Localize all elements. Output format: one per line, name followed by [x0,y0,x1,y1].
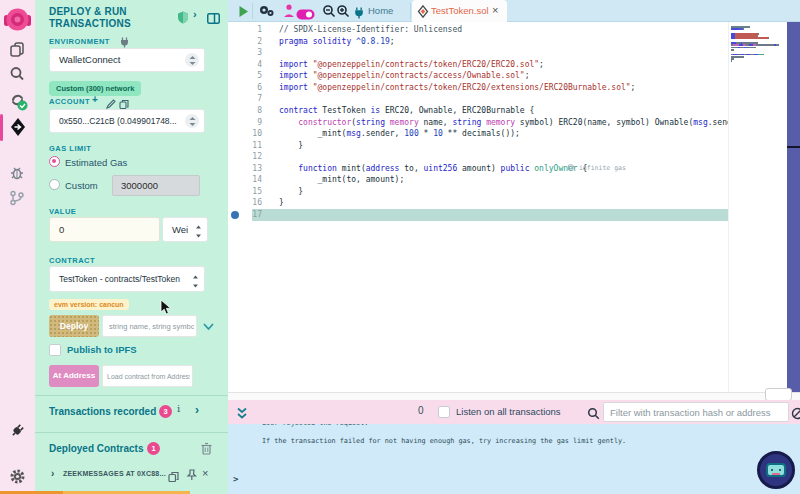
collapse-terminal-icon[interactable] [236,406,248,424]
publish-ipfs-label[interactable]: Publish to IPFS [67,344,137,355]
debugger-icon[interactable] [9,165,26,182]
shield-icon[interactable] [177,10,189,28]
custom-gas-input[interactable] [112,175,200,196]
code-line[interactable] [279,47,728,59]
deploy-args-input[interactable] [102,315,197,337]
code-line[interactable]: contract TestToken is ERC20, Ownable, ER… [279,105,728,117]
divider [35,432,228,433]
code-line[interactable]: import "@openzeppelin/contracts/access/O… [279,70,728,82]
code-line[interactable]: } [279,186,728,198]
layout-columns-icon[interactable] [207,10,220,28]
code-line[interactable]: constructor(string memory name, string m… [279,117,728,129]
deploy-run-icon[interactable] [9,118,26,135]
expand-deploy-chevron-icon[interactable] [202,319,215,337]
code-line[interactable]: } [279,140,728,152]
contract-label: CONTRACT [49,256,95,265]
editor-scrollbar[interactable] [787,22,800,392]
custom-gas-radio[interactable] [49,179,60,190]
listen-all-tx-checkbox[interactable] [438,406,450,418]
code-line[interactable] [279,151,728,163]
tx-filter-input[interactable] [603,402,789,422]
at-address-button[interactable]: At Address [49,365,99,387]
line-number[interactable]: 7 [238,93,262,105]
code-line[interactable]: } [279,197,728,209]
git-icon[interactable] [9,190,26,207]
file-explorer-icon[interactable] [9,42,26,59]
line-number[interactable]: 8 [238,105,262,117]
run-script-play-icon[interactable] [237,4,251,18]
value-unit-select[interactable]: Wei [162,217,208,242]
line-number[interactable]: 13 [238,163,262,175]
pin-icon[interactable] [186,467,197,485]
settings-gear-icon[interactable] [9,468,26,485]
expand-transactions-chevron-icon[interactable]: › [195,403,199,417]
account-select[interactable]: 0x550...C21cB (0.049901748... [49,109,205,133]
code-line[interactable]: pragma solidity ^0.8.19; [279,36,728,48]
contract-select[interactable]: TestToken - contracts/TestToken [49,266,205,292]
terminal-output[interactable]: user rejected the request. If the transa… [228,424,800,494]
add-account-icon[interactable]: + [92,94,98,105]
close-contract-icon[interactable]: × [202,467,208,479]
script-config-gears-icon[interactable] [258,4,272,18]
expand-contract-chevron-icon[interactable]: › [51,468,54,479]
copy-contract-icon[interactable] [168,468,179,486]
clear-console-ban-icon[interactable] [791,406,800,424]
remix-logo-icon[interactable] [4,6,31,33]
accessibility-person-icon[interactable] [283,4,297,18]
code-lines[interactable]: // SPDX-License-Identifier: Unlicensedpr… [279,24,728,221]
line-number[interactable]: 15 [238,186,262,198]
value-input[interactable] [49,217,160,242]
plugin-manager-icon[interactable] [9,422,26,439]
gutter[interactable]: 1234567891011121314151617 [238,24,262,221]
at-address-input[interactable] [102,365,193,387]
code-editor[interactable]: 1234567891011121314151617 // SPDX-Licens… [228,22,800,392]
trash-icon[interactable] [201,441,212,459]
solidity-icon [417,4,429,22]
terminal-resize-handle[interactable] [228,392,800,400]
pin-panel-chevron-icon[interactable]: › [193,8,197,20]
code-line[interactable] [279,93,728,105]
remix-ai-assistant-icon[interactable] [757,451,795,489]
listen-all-tx-label[interactable]: Listen on all transactions [456,406,561,417]
active-plugin-indicator [0,114,3,141]
close-tab-icon[interactable]: × [492,3,498,17]
line-number[interactable]: 5 [238,70,262,82]
code-line[interactable]: import "@openzeppelin/contracts/token/ER… [279,82,728,94]
terminal-search-icon[interactable] [587,406,600,424]
code-line[interactable]: // SPDX-License-Identifier: Unlicensed [279,24,728,36]
line-number[interactable]: 12 [238,151,262,163]
line-number[interactable]: 3 [238,47,262,59]
line-number[interactable]: 9 [238,117,262,129]
deploy-button[interactable]: Deploy [49,315,99,337]
minimap[interactable] [731,26,786,65]
custom-gas-radio-label[interactable]: Custom [65,180,98,191]
code-line[interactable]: _mint(to, amount); [279,174,728,186]
zoom-out-icon[interactable] [322,4,336,18]
deployed-contract-item[interactable]: ZEEKMESSAGES AT 0XC88... [63,470,166,477]
line-number[interactable]: 4 [238,59,262,71]
tab-home[interactable]: Home [348,0,410,22]
estimated-gas-radio[interactable] [49,156,60,167]
minimap-line [731,63,786,65]
search-icon[interactable] [9,66,26,83]
code-line[interactable]: function mint(address to, uint256 amount… [279,163,728,175]
publish-ipfs-checkbox[interactable] [49,344,61,356]
line-number[interactable]: 17 [238,209,262,221]
line-number[interactable]: 6 [238,82,262,94]
estimated-gas-radio-label[interactable]: Estimated Gas [65,157,127,168]
line-number[interactable]: 11 [238,140,262,152]
code-line[interactable] [279,209,728,221]
line-number[interactable]: 14 [238,174,262,186]
line-number[interactable]: 1 [238,24,262,36]
line-number[interactable]: 2 [238,36,262,48]
info-icon[interactable]: i [177,403,180,414]
environment-select[interactable]: WalletConnect [49,48,205,72]
record-toggle-icon[interactable] [296,6,310,20]
line-number[interactable]: 10 [238,128,262,140]
tab-testtoken[interactable]: TestToken.sol × [412,0,507,22]
line-number[interactable]: 16 [238,197,262,209]
code-line[interactable]: _mint(msg.sender, 100 * 10 ** decimals()… [279,128,728,140]
solidity-compiler-icon[interactable] [9,92,26,109]
scrollbar-position-tick [787,146,800,148]
code-line[interactable]: import "@openzeppelin/contracts/token/ER… [279,59,728,71]
